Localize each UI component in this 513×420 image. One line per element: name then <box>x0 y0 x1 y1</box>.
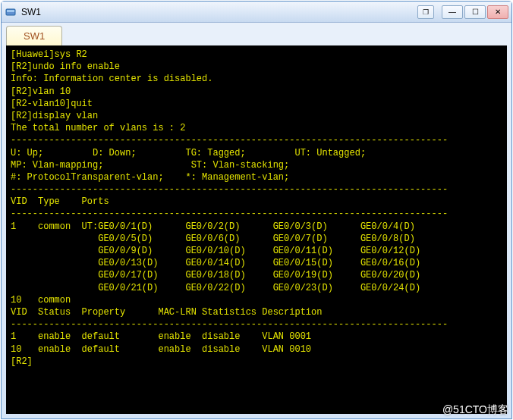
terminal-line: U: Up; D: Down; TG: Tagged; UT: Untagged… <box>11 147 502 159</box>
terminal-line: ----------------------------------------… <box>11 183 502 196</box>
terminal-line: GE0/0/17(D) GE0/0/18(D) GE0/0/19(D) GE0/… <box>11 269 502 281</box>
terminal-line: [R2]vlan 10 <box>11 86 502 98</box>
terminal-line: GE0/0/9(D) GE0/0/10(D) GE0/0/11(D) GE0/0… <box>11 245 502 257</box>
terminal-line: MP: Vlan-mapping; ST: Vlan-stacking; <box>11 159 502 171</box>
terminal-line: [R2]display vlan <box>11 110 502 122</box>
close-button[interactable]: ✕ <box>487 5 508 19</box>
terminal-line: Info: Information center is disabled. <box>11 73 502 85</box>
terminal-line: #: ProtocolTransparent-vlan; *: Manageme… <box>11 171 502 183</box>
watermark: @51CTO博客 <box>442 403 508 417</box>
terminal-line: GE0/0/13(D) GE0/0/14(D) GE0/0/15(D) GE0/… <box>11 257 502 269</box>
terminal-line: [R2-vlan10]quit <box>11 98 502 110</box>
terminal-line: GE0/0/21(D) GE0/0/22(D) GE0/0/23(D) GE0/… <box>11 282 502 294</box>
terminal-line: 1 enable default enable disable VLAN 000… <box>11 331 502 343</box>
terminal-line: [R2]undo info enable <box>11 61 502 73</box>
minimize-button[interactable]: — <box>442 5 463 19</box>
terminal-line: 10 common <box>11 294 502 306</box>
terminal-line: ----------------------------------------… <box>11 208 502 220</box>
terminal-line: ----------------------------------------… <box>11 134 502 146</box>
terminal-line: VID Status Property MAC-LRN Statistics D… <box>11 306 502 318</box>
terminal-output[interactable]: [Huawei]sys R2[R2]undo info enableInfo: … <box>6 45 507 414</box>
terminal-line: ----------------------------------------… <box>11 318 502 331</box>
app-icon <box>5 6 17 18</box>
terminal-line: [Huawei]sys R2 <box>11 49 502 61</box>
terminal-line: GE0/0/5(D) GE0/0/6(D) GE0/0/7(D) GE0/0/8… <box>11 233 502 245</box>
tab-strip: SW1 <box>2 23 511 45</box>
svg-rect-1 <box>7 10 14 12</box>
window-title: SW1 <box>21 7 417 17</box>
terminal-line: The total number of vlans is : 2 <box>11 122 502 134</box>
terminal-line: [R2] <box>11 356 502 368</box>
title-bar[interactable]: SW1 ❐ — ☐ ✕ <box>2 2 511 23</box>
tab-sw1[interactable]: SW1 <box>6 26 62 45</box>
window-controls: — ☐ ✕ <box>440 5 508 19</box>
app-window: SW1 ❐ — ☐ ✕ SW1 [Huawei]sys R2[R2]undo i… <box>1 1 512 419</box>
maximize-button[interactable]: ☐ <box>464 5 486 19</box>
terminal-line: VID Type Ports <box>11 196 502 208</box>
terminal-line: 10 enable default enable disable VLAN 00… <box>11 343 502 356</box>
terminal-line: 1 common UT:GE0/0/1(D) GE0/0/2(D) GE0/0/… <box>11 221 502 233</box>
pop-out-button[interactable]: ❐ <box>417 5 434 19</box>
